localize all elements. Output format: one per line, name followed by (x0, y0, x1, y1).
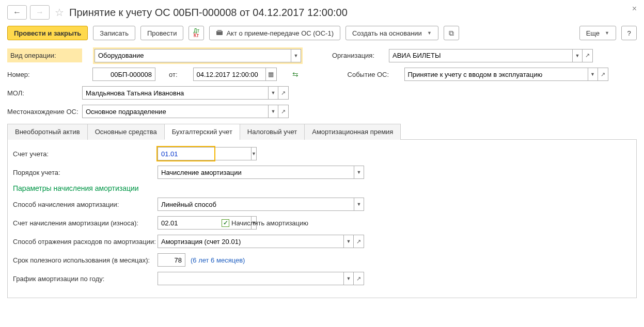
open-button[interactable]: ↗ (354, 272, 364, 285)
event-label: Событие ОС: (348, 71, 394, 78)
external-icon: ↗ (281, 90, 286, 96)
external-icon: ↗ (601, 71, 605, 78)
row-order: Порядок учета: ▼ (13, 166, 631, 179)
dropdown-button[interactable]: ▼ (291, 49, 301, 62)
create-based-button[interactable]: Создать на основании ▼ (345, 26, 438, 40)
useful-life-label: Срок полезного использования (в месяцах)… (13, 256, 158, 264)
date-combo[interactable]: ▦ (193, 68, 277, 81)
related-icon: ⧉ (449, 29, 454, 38)
dtkt-icon: ДтКт (194, 28, 199, 38)
document-window: ← → ☆ Принятие к учету ОС 00БП-000008 от… (0, 0, 644, 327)
document-title: Принятие к учету ОС 00БП-000008 от 04.12… (69, 7, 348, 19)
event-input[interactable] (404, 68, 588, 81)
number-label: Номер: (7, 71, 82, 78)
tab-accounting[interactable]: Бухгалтерский учет (164, 124, 240, 140)
chevron-down-icon: ▼ (605, 30, 609, 36)
dropdown-button[interactable]: ▼ (588, 68, 598, 81)
location-combo[interactable]: ▼ ↗ (82, 105, 289, 118)
order-label: Порядок учета: (13, 169, 158, 176)
location-label: Местонахождение ОС: (7, 108, 82, 116)
org-input[interactable] (389, 49, 572, 62)
external-icon: ↗ (281, 108, 286, 115)
dtkt-button[interactable]: ДтКт (189, 26, 204, 40)
number-input[interactable] (92, 68, 155, 81)
print-act-label: Акт о приеме-передаче ОС (ОС-1) (226, 29, 334, 37)
back-button[interactable]: ← (7, 5, 27, 20)
checkbox-checked-icon: ✓ (222, 219, 229, 227)
save-button[interactable]: Записать (93, 26, 135, 40)
useful-life-hint: (6 лет 6 месяцев) (191, 256, 245, 264)
method-combo[interactable]: ▼ (158, 198, 364, 211)
forward-button[interactable]: → (30, 5, 50, 20)
expense-input[interactable] (158, 235, 343, 248)
depr-account-label: Счет начисления амортизации (износа): (13, 219, 158, 227)
more-label: Еще (586, 29, 600, 37)
org-combo[interactable]: ▼ ↗ (389, 49, 593, 62)
close-icon[interactable]: × (632, 4, 637, 13)
org-label: Организация: (332, 52, 379, 59)
dropdown-button[interactable]: ▼ (354, 198, 364, 211)
dropdown-button[interactable]: ▼ (572, 49, 583, 62)
depr-account-combo[interactable]: ▼ (158, 216, 214, 230)
open-button[interactable]: ↗ (583, 49, 593, 62)
location-input[interactable] (82, 105, 268, 118)
related-button[interactable]: ⧉ (444, 26, 459, 40)
order-combo[interactable]: ▼ (158, 166, 364, 179)
post-and-close-button[interactable]: Провести и закрыть (7, 26, 88, 40)
nav-row: ← → ☆ Принятие к учету ОС 00БП-000008 от… (7, 5, 637, 20)
event-combo[interactable]: ▼ ↗ (404, 68, 608, 81)
tab-non-current-asset[interactable]: Внеоборотный актив (7, 124, 88, 140)
mol-label: МОЛ: (7, 89, 82, 97)
dropdown-button[interactable]: ▼ (268, 86, 278, 100)
row-useful-life: Срок полезного использования (в месяцах)… (13, 253, 631, 267)
order-input[interactable] (158, 166, 354, 179)
account-combo[interactable]: ▼ (158, 147, 214, 160)
external-icon: ↗ (585, 52, 590, 59)
method-input[interactable] (158, 198, 354, 211)
row-number-event: Номер: от: ▦ ⇆ Событие ОС: ▼ ↗ (7, 68, 637, 81)
calendar-button[interactable]: ▦ (265, 68, 277, 81)
schedule-combo[interactable]: ▼ ↗ (158, 272, 364, 285)
charge-checkbox-label: Начислять амортизацию (231, 219, 308, 227)
row-method: Способ начисления амортизации: ▼ (13, 198, 631, 211)
op-type-input[interactable] (95, 49, 291, 62)
tab-fixed-assets[interactable]: Основные средства (87, 124, 165, 140)
dropdown-button[interactable]: ▼ (268, 105, 278, 118)
row-depr-account: Счет начисления амортизации (износа): ▼ … (13, 216, 631, 230)
expense-combo[interactable]: ▼ ↗ (158, 235, 364, 248)
tab-tax[interactable]: Налоговый учет (240, 124, 305, 140)
charge-checkbox-wrap[interactable]: ✓ Начислять амортизацию (222, 219, 308, 227)
printer-icon (216, 30, 223, 36)
tab-bonus[interactable]: Амортизационная премия (304, 124, 401, 140)
dropdown-button[interactable]: ▼ (354, 166, 364, 179)
from-label: от: (169, 71, 178, 78)
dropdown-button[interactable]: ▼ (343, 235, 354, 248)
calendar-icon: ▦ (268, 71, 274, 78)
date-input[interactable] (193, 68, 265, 81)
op-type-label: Вид операции: (7, 48, 82, 62)
expense-label: Способ отражения расходов по амортизации… (13, 238, 158, 246)
account-input[interactable] (158, 147, 251, 160)
print-act-button[interactable]: Акт о приеме-передаче ОС (ОС-1) (209, 26, 340, 40)
post-button[interactable]: Провести (140, 26, 184, 40)
external-icon: ↗ (356, 238, 361, 245)
open-button[interactable]: ↗ (354, 235, 364, 248)
help-button[interactable]: ? (621, 26, 637, 40)
open-button[interactable]: ↗ (278, 105, 289, 118)
dropdown-button[interactable]: ▼ (251, 147, 257, 160)
op-type-combo[interactable]: ▼ (95, 49, 301, 62)
dropdown-button[interactable]: ▼ (343, 272, 354, 285)
tabs: Внеоборотный актив Основные средства Бух… (7, 123, 637, 140)
open-button[interactable]: ↗ (598, 68, 608, 81)
open-button[interactable]: ↗ (278, 86, 289, 100)
section-title: Параметры начисления амортизации (13, 184, 631, 192)
mol-combo[interactable]: ▼ ↗ (82, 86, 289, 100)
mol-input[interactable] (82, 86, 268, 100)
more-button[interactable]: Еще ▼ (579, 26, 616, 40)
useful-life-input[interactable] (158, 253, 185, 267)
star-icon[interactable]: ☆ (55, 6, 64, 19)
flow-icon[interactable]: ⇆ (292, 70, 299, 78)
schedule-input[interactable] (158, 272, 343, 285)
chevron-down-icon: ▼ (427, 30, 432, 36)
row-location: Местонахождение ОС: ▼ ↗ (7, 105, 637, 118)
